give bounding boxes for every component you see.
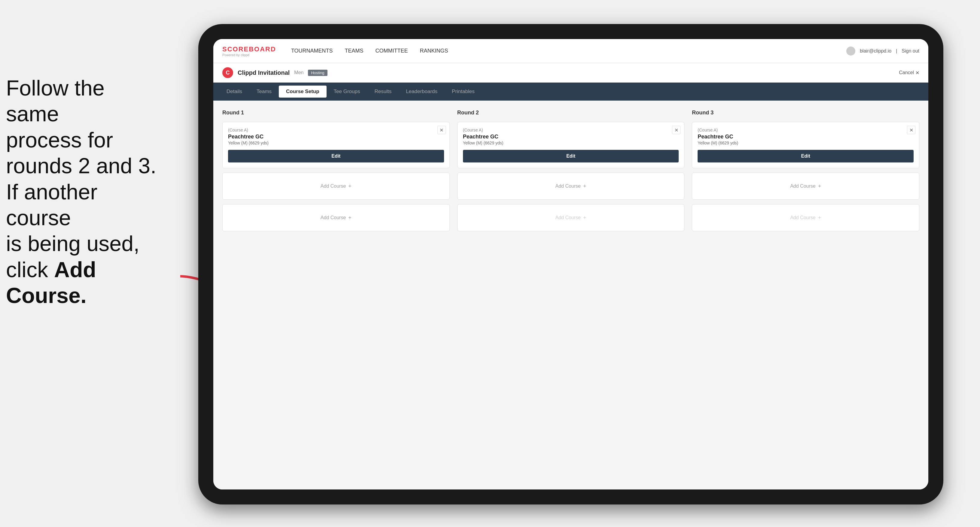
round-1-label: Round 1 — [222, 110, 450, 116]
sign-out-link[interactable]: Sign out — [902, 48, 919, 54]
round-1-column: Round 1 ✕ (Course A) Peachtree GC Yellow… — [222, 110, 450, 231]
round-1-add-course-1[interactable]: Add Course + — [222, 173, 450, 200]
annotation-line4: If another course — [6, 180, 97, 230]
round-2-label: Round 2 — [457, 110, 685, 116]
round-2-add-course-1[interactable]: Add Course + — [457, 173, 685, 200]
gender-badge: Men — [294, 70, 304, 75]
add-course-plus-r2-2: + — [583, 215, 586, 221]
tournament-logo-icon: C — [222, 67, 233, 78]
round-3-add-course-1[interactable]: Add Course + — [692, 173, 919, 200]
round-2-add-course-label-2: Add Course + — [555, 215, 586, 221]
sub-header: C Clippd Invitational Men Hosting Cancel… — [213, 63, 928, 83]
round-2-course-tee: Yellow (M) (6629 yds) — [463, 141, 679, 145]
round-3-course-card: ✕ (Course A) Peachtree GC Yellow (M) (66… — [692, 122, 919, 168]
round-3-add-course-label-1: Add Course + — [790, 183, 821, 189]
cancel-button[interactable]: Cancel ✕ — [899, 70, 919, 76]
round-1-delete-button[interactable]: ✕ — [438, 126, 446, 134]
annotation-line1: Follow the same — [6, 76, 105, 126]
tab-details[interactable]: Details — [219, 86, 249, 98]
round-1-add-course-label-1: Add Course + — [321, 183, 352, 189]
round-1-course-tee: Yellow (M) (6629 yds) — [228, 141, 444, 145]
add-course-plus-icon-1: + — [348, 183, 352, 189]
add-course-text-1: Add Course — [321, 184, 346, 189]
add-course-text-r3-1: Add Course — [790, 184, 816, 189]
sub-header-left: C Clippd Invitational Men Hosting — [222, 67, 328, 78]
round-2-course-tag: (Course A) — [463, 128, 679, 132]
round-3-add-course-2[interactable]: Add Course + — [692, 204, 919, 231]
add-course-plus-r3-1: + — [818, 183, 821, 189]
round-3-edit-button[interactable]: Edit — [698, 150, 913, 162]
annotation-line3: rounds 2 and 3. — [6, 154, 156, 178]
nav-separator: | — [896, 48, 897, 54]
nav-committee[interactable]: COMMITTEE — [375, 46, 408, 56]
tablet-screen: SCOREBOARD Powered by clippd TOURNAMENTS… — [213, 39, 928, 489]
user-avatar — [846, 46, 855, 56]
cancel-label: Cancel — [899, 70, 914, 75]
tab-printables[interactable]: Printables — [445, 86, 482, 98]
round-3-course-tag: (Course A) — [698, 128, 913, 132]
round-2-course-card: ✕ (Course A) Peachtree GC Yellow (M) (66… — [457, 122, 685, 168]
main-content: Round 1 ✕ (Course A) Peachtree GC Yellow… — [213, 101, 928, 489]
round-1-add-course-label-2: Add Course + — [321, 215, 352, 221]
tablet-device: SCOREBOARD Powered by clippd TOURNAMENTS… — [198, 24, 943, 505]
round-1-course-tag: (Course A) — [228, 128, 444, 132]
user-email: blair@clippd.io — [860, 48, 891, 54]
add-course-text-r2-2: Add Course — [555, 215, 581, 221]
add-course-plus-icon-2: + — [348, 215, 352, 221]
round-2-column: Round 2 ✕ (Course A) Peachtree GC Yellow… — [457, 110, 685, 231]
add-course-text-2: Add Course — [321, 215, 346, 221]
tab-results[interactable]: Results — [367, 86, 399, 98]
logo-sub: Powered by clippd — [222, 53, 276, 57]
nav-tournaments[interactable]: TOURNAMENTS — [291, 46, 333, 56]
add-course-text-r3-2: Add Course — [790, 215, 816, 221]
round-3-label: Round 3 — [692, 110, 919, 116]
tab-bar: Details Teams Course Setup Tee Groups Re… — [213, 83, 928, 101]
annotation-line6-prefix: click — [6, 258, 54, 282]
nav-items: TOURNAMENTS TEAMS COMMITTEE RANKINGS — [291, 46, 448, 56]
round-2-delete-button[interactable]: ✕ — [672, 126, 681, 134]
round-2-course-name: Peachtree GC — [463, 133, 679, 140]
annotation-block: Follow the same process for rounds 2 and… — [6, 75, 162, 309]
round-3-column: Round 3 ✕ (Course A) Peachtree GC Yellow… — [692, 110, 919, 231]
round-1-course-name: Peachtree GC — [228, 133, 444, 140]
tab-course-setup[interactable]: Course Setup — [279, 86, 326, 98]
close-icon: ✕ — [915, 70, 919, 76]
logo-area: SCOREBOARD Powered by clippd — [222, 45, 276, 57]
round-3-course-name: Peachtree GC — [698, 133, 913, 140]
tab-tee-groups[interactable]: Tee Groups — [326, 86, 368, 98]
logo-scoreboard: SCOREBOARD — [222, 45, 276, 53]
tournament-title: Clippd Invitational — [238, 69, 290, 76]
hosting-badge: Hosting — [308, 70, 327, 76]
round-2-add-course-label-1: Add Course + — [555, 183, 586, 189]
round-3-delete-button[interactable]: ✕ — [907, 126, 915, 134]
nav-rankings[interactable]: RANKINGS — [420, 46, 448, 56]
round-1-course-card: ✕ (Course A) Peachtree GC Yellow (M) (66… — [222, 122, 450, 168]
round-1-edit-button[interactable]: Edit — [228, 150, 444, 162]
round-1-add-course-2[interactable]: Add Course + — [222, 204, 450, 231]
nav-teams[interactable]: TEAMS — [345, 46, 364, 56]
round-3-course-tee: Yellow (M) (6629 yds) — [698, 141, 913, 145]
round-2-edit-button[interactable]: Edit — [463, 150, 679, 162]
tab-teams[interactable]: Teams — [249, 86, 279, 98]
top-nav-right: blair@clippd.io | Sign out — [846, 46, 919, 56]
add-course-plus-r3-2: + — [818, 215, 821, 221]
annotation-line2: process for — [6, 128, 113, 152]
annotation-line5: is being used, — [6, 232, 139, 256]
rounds-grid: Round 1 ✕ (Course A) Peachtree GC Yellow… — [222, 110, 919, 231]
top-nav-left: SCOREBOARD Powered by clippd TOURNAMENTS… — [222, 45, 448, 57]
add-course-text-r2-1: Add Course — [555, 184, 581, 189]
round-3-add-course-label-2: Add Course + — [790, 215, 821, 221]
round-2-add-course-2[interactable]: Add Course + — [457, 204, 685, 231]
add-course-plus-r2-1: + — [583, 183, 586, 189]
tab-leaderboards[interactable]: Leaderboards — [399, 86, 445, 98]
top-nav: SCOREBOARD Powered by clippd TOURNAMENTS… — [213, 39, 928, 63]
